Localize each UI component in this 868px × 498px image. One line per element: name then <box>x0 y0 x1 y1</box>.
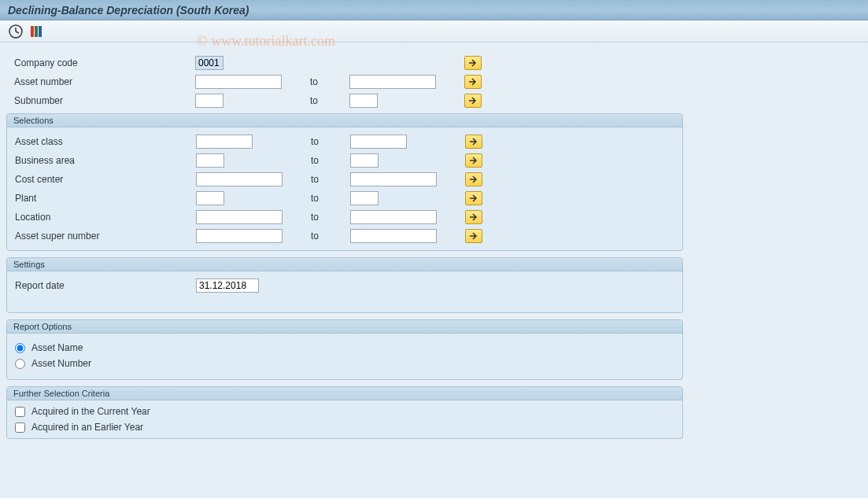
selection-to-input[interactable] <box>350 153 379 168</box>
selection-row: Asset classto <box>7 132 682 151</box>
subnumber-from-input[interactable] <box>195 94 223 108</box>
subnumber-multi-button[interactable] <box>464 94 482 108</box>
company-code-input[interactable] <box>195 56 223 70</box>
selection-row: Plantto <box>7 189 682 208</box>
panel-header-report-options: Report Options <box>7 320 682 334</box>
panel-header-further: Further Selection Criteria <box>7 387 682 400</box>
svg-rect-4 <box>35 26 38 37</box>
radio-asset-number[interactable] <box>15 359 25 369</box>
top-block: Company code Asset number to <box>6 50 683 113</box>
selection-row: Business areato <box>7 151 682 170</box>
svg-rect-5 <box>39 26 42 37</box>
arrow-right-icon <box>468 212 479 223</box>
arrow-right-icon <box>467 76 478 87</box>
panel-header-settings: Settings <box>7 258 682 271</box>
panel-selections: Selections Asset classtoBusiness areatoC… <box>6 113 683 251</box>
toolbar <box>0 20 868 42</box>
subnumber-to-input[interactable] <box>349 94 378 108</box>
selection-from-input[interactable] <box>196 135 253 149</box>
radio-row-asset-number: Asset Number <box>7 356 682 371</box>
check-row-current-year: Acquired in the Current Year <box>7 404 682 419</box>
arrow-right-icon <box>468 136 479 147</box>
row-asset-number: Asset number to <box>6 72 683 91</box>
radio-label-asset-name: Asset Name <box>31 342 83 353</box>
row-report-date: Report date <box>7 276 682 295</box>
selection-multi-button[interactable] <box>465 191 482 205</box>
selection-to-input[interactable] <box>350 191 379 205</box>
selections-body: Asset classtoBusiness areatoCost centert… <box>7 127 682 250</box>
svg-rect-3 <box>31 26 34 37</box>
selection-label: Business area <box>15 155 196 166</box>
company-code-multi-button[interactable] <box>464 56 482 70</box>
label-report-date: Report date <box>15 280 196 291</box>
selection-to-label: to <box>311 193 350 204</box>
selection-to-input[interactable] <box>350 172 437 186</box>
label-asset-number: Asset number <box>14 76 195 87</box>
settings-body: Report date <box>7 271 682 312</box>
row-company-code: Company code <box>6 53 683 72</box>
selection-to-label: to <box>311 136 350 147</box>
selection-label: Location <box>15 212 196 223</box>
selection-multi-button[interactable] <box>465 135 482 149</box>
panel-header-selections: Selections <box>7 114 682 127</box>
selection-from-input[interactable] <box>196 172 283 186</box>
selection-multi-button[interactable] <box>465 229 482 243</box>
from-cell <box>195 56 310 70</box>
report-options-body: Asset Name Asset Number <box>7 334 682 379</box>
selection-multi-button[interactable] <box>465 210 482 224</box>
arrow-right-icon <box>468 231 479 242</box>
label-subnumber: Subnumber <box>14 95 195 106</box>
selection-multi-button[interactable] <box>465 153 482 168</box>
selection-label: Asset class <box>15 136 196 147</box>
radio-label-asset-number: Asset Number <box>31 358 91 369</box>
page-title: Declining-Balance Depreciation (South Ko… <box>8 4 249 17</box>
checkbox-acquired-current-year[interactable] <box>15 407 25 417</box>
panel-settings: Settings Report date <box>6 257 683 313</box>
selection-to-input[interactable] <box>350 229 437 243</box>
execute-button[interactable] <box>8 24 24 39</box>
selection-row: Asset super numberto <box>7 227 682 245</box>
to-label-subnumber: to <box>310 95 349 106</box>
asset-number-from-input[interactable] <box>195 75 282 89</box>
further-body: Acquired in the Current Year Acquired in… <box>7 400 682 438</box>
arrow-right-icon <box>468 174 479 185</box>
check-label-earlier-year: Acquired in an Earlier Year <box>31 422 143 433</box>
selection-to-input[interactable] <box>350 210 437 224</box>
selection-from-input[interactable] <box>196 153 224 168</box>
check-label-current-year: Acquired in the Current Year <box>31 406 150 417</box>
arrow-right-icon <box>468 193 479 204</box>
arrow-right-icon <box>467 57 478 68</box>
selection-label: Plant <box>15 193 196 204</box>
selection-row: Cost centerto <box>7 170 682 189</box>
clock-execute-icon <box>8 24 24 39</box>
selection-from-input[interactable] <box>196 229 283 243</box>
arrow-right-icon <box>468 155 479 166</box>
selection-from-input[interactable] <box>196 210 283 224</box>
radio-row-asset-name: Asset Name <box>7 340 682 356</box>
title-bar: Declining-Balance Depreciation (South Ko… <box>0 0 868 20</box>
to-label-asset-number: to <box>310 76 349 87</box>
report-date-input[interactable] <box>196 279 259 293</box>
variant-icon <box>28 24 44 39</box>
row-subnumber: Subnumber to <box>6 91 683 110</box>
asset-number-to-input[interactable] <box>349 75 436 89</box>
variant-button[interactable] <box>28 24 44 39</box>
selection-to-label: to <box>311 174 350 185</box>
selection-row: Locationto <box>7 208 682 227</box>
check-row-earlier-year: Acquired in an Earlier Year <box>7 419 682 435</box>
selection-multi-button[interactable] <box>465 172 482 186</box>
selection-to-label: to <box>311 212 350 223</box>
asset-number-multi-button[interactable] <box>464 75 482 89</box>
svg-line-2 <box>16 31 19 33</box>
selection-from-input[interactable] <box>196 191 224 205</box>
selection-label: Cost center <box>15 174 196 185</box>
panel-report-options: Report Options Asset Name Asset Number <box>6 319 683 380</box>
selection-to-label: to <box>311 155 350 166</box>
selection-label: Asset super number <box>15 231 196 242</box>
arrow-right-icon <box>467 95 478 106</box>
checkbox-acquired-earlier-year[interactable] <box>15 422 25 433</box>
radio-asset-name[interactable] <box>15 343 25 353</box>
panel-further: Further Selection Criteria Acquired in t… <box>6 386 683 439</box>
selection-to-input[interactable] <box>350 135 407 149</box>
selection-to-label: to <box>311 231 350 242</box>
